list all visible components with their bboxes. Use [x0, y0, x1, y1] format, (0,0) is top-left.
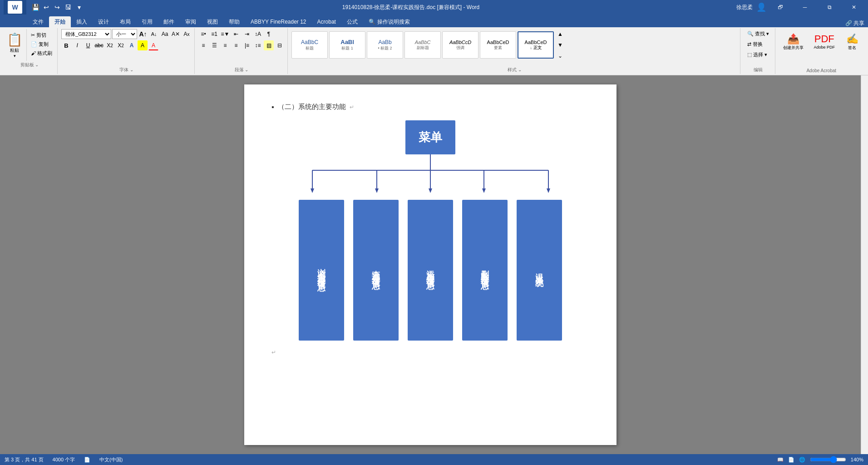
para-mark-bottom: ↵: [271, 349, 276, 356]
highlight-btn[interactable]: A: [138, 40, 148, 50]
share-btn[interactable]: 🔗 共享: [845, 20, 864, 27]
style-title[interactable]: AaBbC 标题: [291, 31, 328, 59]
svg-marker-8: [375, 188, 379, 193]
find-btn[interactable]: 🔍 查找 ▾: [744, 29, 772, 39]
format-brush-btn[interactable]: 🖌 格式刷: [29, 49, 54, 58]
document-page: ▪ （二）系统的主要功能 ↵ 菜单: [244, 84, 616, 445]
italic-btn[interactable]: I: [72, 40, 82, 50]
close-btn[interactable]: ✕: [843, 0, 864, 15]
tab-abbyy[interactable]: ABBYY FineReader 12: [245, 16, 312, 27]
styles-up-btn[interactable]: ▲: [555, 29, 565, 39]
col-break-btn[interactable]: |≡: [242, 40, 252, 50]
shading-btn[interactable]: ▨: [264, 40, 274, 50]
align-right-btn[interactable]: ≡: [220, 40, 230, 50]
style-subtitle[interactable]: AaBbC 副标题: [404, 31, 441, 59]
tab-formula[interactable]: 公式: [341, 16, 363, 27]
language: 中文(中国): [99, 456, 123, 463]
switch-window-btn[interactable]: 🗗: [770, 0, 791, 15]
align-left-btn[interactable]: ≡: [198, 40, 208, 50]
web-layout-btn[interactable]: 🌐: [799, 457, 805, 463]
undo-quick-btn[interactable]: ↩: [42, 3, 51, 12]
font-size-select[interactable]: 小一: [112, 29, 137, 39]
select-dropdown[interactable]: ▾: [764, 52, 767, 58]
bold-btn[interactable]: B: [61, 40, 71, 50]
tab-search[interactable]: 🔍 操作说明搜索: [363, 16, 415, 27]
style-essential[interactable]: AaBbCeD 要素: [480, 31, 516, 59]
tab-home[interactable]: 开始: [49, 16, 71, 27]
style-emphasis[interactable]: AaBbCcD 强调: [442, 31, 478, 59]
align-center-btn[interactable]: ☰: [209, 40, 219, 50]
justify-btn[interactable]: ≡: [231, 40, 241, 50]
tab-review[interactable]: 审阅: [180, 16, 202, 27]
tab-insert[interactable]: 插入: [71, 16, 93, 27]
underline-btn[interactable]: U: [83, 40, 93, 50]
text-effect-btn[interactable]: A: [127, 40, 137, 50]
styles-down-btn[interactable]: ▼: [555, 40, 565, 50]
numbering-btn[interactable]: ≡1: [209, 29, 219, 39]
tab-acrobat[interactable]: Acrobat: [312, 16, 341, 27]
font-grow-btn[interactable]: A↑: [138, 29, 148, 39]
select-btn[interactable]: ⬚ 选择 ▾: [744, 50, 772, 59]
print-layout-btn[interactable]: 📄: [788, 457, 794, 463]
tree-child-delete-label: 删除身份证信息: [479, 264, 490, 277]
create-share-icon: 📤: [787, 33, 799, 45]
style-body[interactable]: AaBbCeD ↓ 正文: [518, 31, 554, 59]
paste-dropdown-icon[interactable]: ▾: [14, 54, 16, 58]
adobe-pdf-btn[interactable]: PDF Adobe PDF: [809, 31, 839, 52]
create-share-btn[interactable]: 📤 创建并共享: [779, 31, 808, 53]
replace-btn[interactable]: ⇄ 替换: [744, 40, 772, 49]
redo-quick-btn[interactable]: ↪: [53, 3, 62, 12]
font-extra-btn[interactable]: Ax: [182, 29, 192, 39]
subscript-btn[interactable]: X2: [105, 40, 115, 50]
font-family-select[interactable]: 楷体_GB2312: [61, 29, 111, 39]
tab-references[interactable]: 引用: [136, 16, 158, 27]
document-container[interactable]: ▪ （二）系统的主要功能 ↵ 菜单: [0, 75, 861, 454]
sign-btn[interactable]: ✍ 签名: [841, 31, 863, 53]
zoom-slider[interactable]: [810, 456, 846, 463]
read-mode-btn[interactable]: 📖: [777, 457, 784, 463]
increase-indent-btn[interactable]: ⇥: [242, 29, 252, 39]
tab-design[interactable]: 设计: [93, 16, 114, 27]
tab-file[interactable]: 文件: [27, 16, 49, 27]
print-quick-btn[interactable]: 🖫: [64, 3, 73, 12]
multilevel-btn[interactable]: ≡▼: [220, 29, 230, 39]
window-title: 1914010828-徐思柔-课程实践报告.doc [兼容模式] - Word: [85, 4, 736, 11]
font-color-btn[interactable]: A: [148, 40, 158, 50]
bullets-btn[interactable]: ≡•: [198, 29, 208, 39]
sort-btn[interactable]: ↕A: [253, 29, 263, 39]
copy-btn[interactable]: 📄 复制: [29, 40, 54, 49]
clipboard-group-label: 剪贴板 ⌄: [5, 61, 54, 68]
styles-expand-btn[interactable]: ⌄: [555, 51, 565, 61]
tab-layout[interactable]: 布局: [114, 16, 136, 27]
cut-btn[interactable]: ✂ 剪切: [29, 31, 54, 40]
scroll-sidebar[interactable]: [861, 75, 868, 454]
style-heading2[interactable]: AaBb • 标题 2: [367, 31, 403, 59]
change-case-btn[interactable]: Aa: [160, 29, 170, 39]
acrobat-group: 📤 创建并共享 PDF Adobe PDF ✍ 签名 Adobe Acrobat: [776, 28, 866, 74]
find-dropdown[interactable]: ▾: [766, 31, 769, 37]
clear-format-btn[interactable]: A✕: [171, 29, 181, 39]
style-heading1[interactable]: AaBl 标题 1: [329, 31, 365, 59]
tab-view[interactable]: 视图: [202, 16, 223, 27]
show-marks-btn[interactable]: ¶: [264, 29, 274, 39]
paste-btn[interactable]: 📋 粘贴 ▾: [5, 29, 25, 61]
save-quick-btn[interactable]: 💾: [31, 3, 40, 12]
font-shrink-btn[interactable]: A↓: [149, 29, 159, 39]
restore-btn[interactable]: ⧉: [819, 0, 840, 15]
decrease-indent-btn[interactable]: ⇤: [231, 29, 241, 39]
minimize-btn[interactable]: ─: [794, 0, 815, 15]
select-label: 选择: [753, 51, 763, 58]
superscript-btn[interactable]: X2: [116, 40, 126, 50]
line-spacing-btn[interactable]: ↕≡: [253, 40, 263, 50]
svg-marker-7: [311, 188, 314, 193]
quick-access-more-btn[interactable]: ▾: [74, 3, 84, 12]
tab-help[interactable]: 帮助: [223, 16, 245, 27]
tree-child-exit-label: 退出系统: [534, 267, 545, 274]
search-icon: 🔍: [369, 19, 375, 25]
strikethrough-btn[interactable]: abc: [94, 40, 104, 50]
tab-mailings[interactable]: 邮件: [158, 16, 180, 27]
border-btn[interactable]: ⊟: [275, 40, 285, 50]
status-doc-icon: 📄: [84, 457, 90, 463]
user-avatar-icon[interactable]: 👤: [756, 2, 766, 12]
title-bar-right: 徐思柔 👤 🗗 ─ ⧉ ✕: [736, 0, 864, 15]
